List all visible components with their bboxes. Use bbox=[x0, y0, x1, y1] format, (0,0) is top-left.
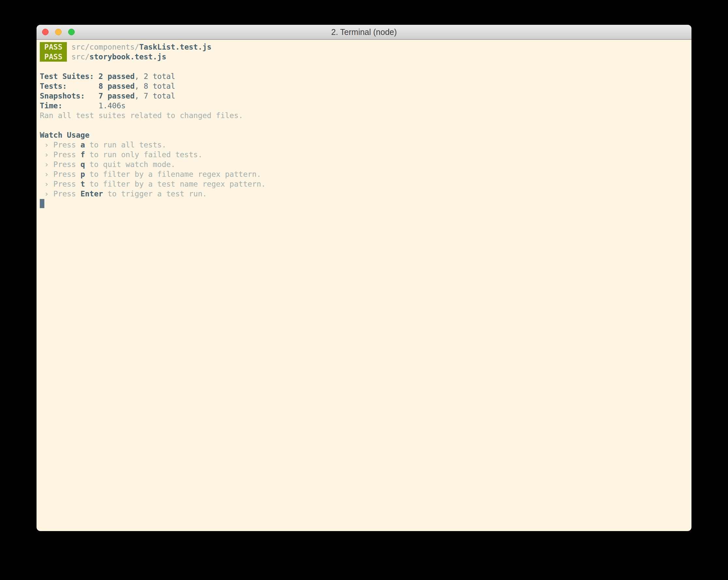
terminal-text-segment: t bbox=[81, 180, 85, 188]
terminal-line: › Press t to filter by a test name regex… bbox=[40, 179, 688, 189]
terminal-text-segment: f bbox=[81, 150, 85, 159]
desktop-background: 2. Terminal (node) PASS src/components/T… bbox=[0, 0, 728, 580]
terminal-text-segment: Enter bbox=[81, 190, 103, 198]
terminal-line: › Press p to filter by a filename regex … bbox=[40, 169, 688, 179]
terminal-text-segment: src/ bbox=[72, 52, 89, 61]
terminal-line: › Press a to run all tests. bbox=[40, 140, 688, 150]
terminal-text-segment: , 8 total bbox=[135, 82, 176, 90]
terminal-text-segment bbox=[67, 43, 72, 51]
terminal-text-segment: to filter by a test name regex pattern. bbox=[85, 180, 265, 188]
terminal-line: Snapshots: 7 passed, 7 total bbox=[40, 91, 688, 101]
terminal-line: › Press Enter to trigger a test run. bbox=[40, 189, 688, 199]
terminal-text-segment: › Press bbox=[40, 180, 81, 188]
terminal-text-segment: Time: bbox=[40, 101, 62, 110]
terminal-output[interactable]: PASS src/components/TaskList.test.js PAS… bbox=[36, 40, 692, 211]
terminal-text-segment: , 7 total bbox=[135, 92, 176, 100]
terminal-text-segment: to filter by a filename regex pattern. bbox=[85, 170, 261, 178]
terminal-line: › Press q to quit watch mode. bbox=[40, 159, 688, 169]
terminal-line: Tests: 8 passed, 8 total bbox=[40, 81, 688, 91]
cursor bbox=[40, 199, 44, 208]
terminal-line: Test Suites: 2 passed, 2 total bbox=[40, 71, 688, 81]
terminal-text-segment: to quit watch mode. bbox=[85, 160, 175, 169]
terminal-line: PASS src/storybook.test.js bbox=[40, 52, 688, 62]
terminal-text-segment: 1.406s bbox=[99, 101, 126, 110]
window-title: 2. Terminal (node) bbox=[331, 27, 397, 37]
terminal-text-segment: src/components/ bbox=[72, 43, 139, 51]
terminal-text-segment: › Press bbox=[40, 170, 81, 178]
terminal-text-segment: to run all tests. bbox=[85, 141, 166, 149]
terminal-text-segment: 7 passed bbox=[99, 92, 135, 100]
terminal-line: Watch Usage bbox=[40, 130, 688, 140]
terminal-text-segment bbox=[62, 101, 99, 110]
terminal-text-segment: storybook.test.js bbox=[89, 52, 166, 61]
terminal-text-segment: › Press bbox=[40, 160, 81, 169]
terminal-text-segment: , 2 total bbox=[135, 72, 176, 81]
terminal-text-segment: PASS bbox=[40, 42, 67, 52]
terminal-text-segment: Ran all test suites related to changed f… bbox=[40, 111, 243, 120]
terminal-text-segment: › Press bbox=[40, 150, 81, 159]
terminal-text-segment: › Press bbox=[40, 190, 81, 198]
close-button[interactable] bbox=[42, 29, 49, 35]
terminal-line bbox=[40, 62, 688, 71]
terminal-text-segment: Snapshots: bbox=[40, 92, 85, 100]
terminal-text-segment: 8 passed bbox=[99, 82, 135, 90]
terminal-line: Ran all test suites related to changed f… bbox=[40, 110, 688, 120]
terminal-text-segment: Watch Usage bbox=[40, 131, 89, 139]
terminal-text-segment: 2 passed bbox=[99, 72, 135, 81]
terminal-text-segment: TaskList.test.js bbox=[139, 43, 212, 51]
terminal-window: 2. Terminal (node) PASS src/components/T… bbox=[36, 25, 692, 531]
terminal-text-segment: › Press bbox=[40, 141, 81, 149]
title-bar[interactable]: 2. Terminal (node) bbox=[36, 25, 692, 40]
minimize-button[interactable] bbox=[55, 29, 62, 35]
terminal-text-segment: to trigger a test run. bbox=[103, 190, 207, 198]
terminal-text-segment: Test Suites: bbox=[40, 72, 99, 81]
terminal-text-segment bbox=[67, 52, 72, 61]
terminal-text-segment: to run only failed tests. bbox=[85, 150, 202, 159]
terminal-line bbox=[40, 120, 688, 130]
zoom-button[interactable] bbox=[68, 29, 75, 35]
terminal-text-segment: p bbox=[81, 170, 85, 178]
traffic-lights bbox=[42, 25, 75, 39]
terminal-text-segment bbox=[67, 82, 99, 90]
terminal-line: › Press f to run only failed tests. bbox=[40, 150, 688, 159]
terminal-line: PASS src/components/TaskList.test.js bbox=[40, 42, 688, 52]
terminal-text-segment: Tests: bbox=[40, 82, 67, 90]
terminal-text-segment: a bbox=[81, 141, 85, 149]
terminal-line: Time: 1.406s bbox=[40, 101, 688, 110]
terminal-text-segment: q bbox=[81, 160, 85, 169]
terminal-text-segment bbox=[85, 92, 99, 100]
terminal-line bbox=[40, 199, 688, 208]
terminal-text-segment: PASS bbox=[40, 52, 67, 62]
